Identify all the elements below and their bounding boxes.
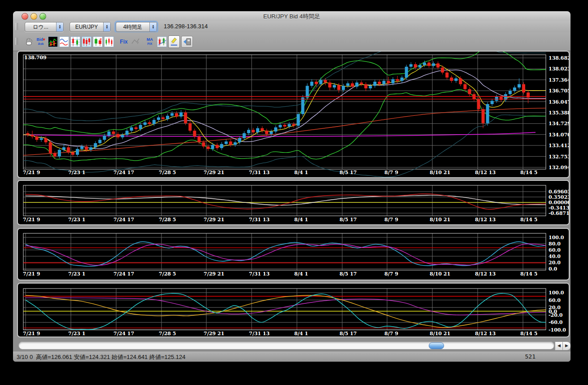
toolbar-grip[interactable] [15, 38, 18, 45]
candle-grid-icon[interactable] [70, 36, 80, 47]
rci-panel[interactable]: 100.060.020.00.0-20.0-60.0-100.07/21 97/… [17, 283, 570, 337]
candle-highlight-icon[interactable] [82, 36, 91, 47]
candle [252, 130, 255, 132]
candle [247, 130, 250, 133]
candle-small-icon[interactable] [104, 36, 114, 47]
candle [310, 82, 314, 86]
candle [418, 65, 422, 68]
axis-label: 7/31 13 [249, 331, 270, 337]
candle [436, 63, 440, 67]
candle [98, 140, 101, 143]
axis-label: 8/4 1 [294, 271, 308, 277]
overlay-line [23, 52, 546, 121]
status-bar-count: 521 [525, 353, 536, 360]
scrollbar-thumb[interactable] [429, 342, 444, 349]
candle [333, 85, 336, 88]
axis-label: 8/7 9 [384, 170, 398, 175]
axis-label: 7/23 1 [68, 217, 85, 223]
candle [67, 147, 70, 152]
candle [126, 131, 129, 135]
title-bar[interactable]: EUR/JPY Bid 4時間足 [13, 11, 571, 22]
axis-label: 7/28 5 [159, 331, 176, 337]
axis-label: 80.0 [549, 241, 561, 247]
fix-rate-icon[interactable]: Fix [118, 36, 130, 48]
chart-type-popup[interactable]: ロウ... ▲▼ [25, 22, 64, 32]
axis-label: 7/28 5 [159, 217, 176, 223]
arrow-down-icon: ▾ [43, 37, 45, 42]
candle [328, 83, 331, 88]
candle [229, 141, 232, 144]
ma-fix-icon[interactable]: MAFIX [144, 36, 156, 48]
timeframe-popup[interactable]: 4時間足 ▲▼ [116, 22, 157, 32]
scroll-right-button[interactable]: ▶ [562, 341, 571, 350]
axis-label: 132.094 [549, 165, 569, 171]
candle [369, 86, 372, 88]
symbol-popup[interactable]: EUR/JPY ▲▼ [70, 22, 111, 32]
axis-label: 8/10 21 [430, 217, 450, 223]
axis-label: 8/5 17 [340, 170, 357, 175]
scrollbar-track[interactable] [18, 341, 554, 350]
axis-label: 135.388 [549, 110, 569, 116]
candle [197, 136, 200, 142]
chart-style-icon[interactable] [48, 36, 58, 47]
price-chart-panel[interactable]: 138.709138.682138.023137.364136.705136.0… [17, 51, 570, 178]
axis-label: 7/31 13 [249, 217, 270, 223]
candle [166, 116, 169, 119]
candle [324, 80, 327, 83]
candle [234, 142, 237, 145]
pencil-draw-icon[interactable] [168, 35, 180, 48]
axis-label: -20.0 [549, 312, 563, 318]
axis-label: 8/10 21 [430, 271, 450, 277]
axis-label: 7/29 21 [204, 170, 224, 175]
candle [292, 124, 295, 126]
candle [351, 83, 354, 87]
macd-panel[interactable]: 0.696030.350230.00000-0.34137-0.687177/2… [17, 180, 570, 225]
candle [342, 86, 345, 90]
axis-label: 8/4 1 [294, 217, 308, 223]
candle [414, 64, 417, 67]
candle [459, 79, 462, 84]
axis-label: 7/28 5 [159, 271, 176, 277]
candle [454, 79, 457, 81]
candle [220, 144, 223, 148]
candle [513, 88, 516, 91]
candle-pair-icon[interactable] [93, 36, 103, 47]
app-window: EUR/JPY Bid 4時間足 ロウ... ▲▼ EUR/JPY ▲▼ 4時間… [13, 11, 571, 362]
candle [44, 138, 48, 142]
candle [346, 83, 349, 86]
horizontal-scrollbar: ◀ ▶ [13, 341, 571, 351]
candle [355, 83, 358, 87]
axis-label: 8/4 1 [294, 170, 308, 175]
bid-ask-toggle-icon[interactable]: Bid▾ Ask [35, 36, 47, 48]
candle [139, 125, 142, 129]
toolbar-grip[interactable] [15, 23, 18, 30]
candle [382, 81, 385, 84]
candle [423, 62, 426, 65]
candle [463, 84, 466, 89]
axis-label: 40.0 [549, 254, 561, 259]
axis-label: 7/24 17 [113, 331, 134, 337]
candle [265, 131, 268, 134]
candle [188, 123, 192, 131]
plot-frame [23, 289, 546, 330]
candle [238, 138, 241, 142]
save-icon[interactable] [181, 36, 193, 48]
candle [279, 125, 282, 127]
stochastics-panel[interactable]: 100.080.060.040.020.00.07/21 97/23 17/24… [17, 228, 570, 280]
candle [337, 85, 340, 90]
candle [287, 124, 291, 127]
axis-label: 7/29 21 [204, 331, 224, 337]
toolbar-tools: Bid▾ Ask [13, 32, 571, 51]
candle [175, 113, 178, 116]
candle-line-icon[interactable] [157, 36, 167, 47]
axis-label: 138.682 [549, 55, 569, 61]
candle [58, 150, 61, 157]
candle [270, 131, 273, 134]
line-chart-icon[interactable] [59, 36, 69, 47]
candle [306, 86, 309, 97]
candle [509, 91, 512, 94]
hand-pan-icon[interactable] [25, 36, 34, 48]
candle [405, 67, 408, 78]
axis-label: 7/24 17 [113, 217, 134, 223]
overlay-line [23, 70, 546, 149]
